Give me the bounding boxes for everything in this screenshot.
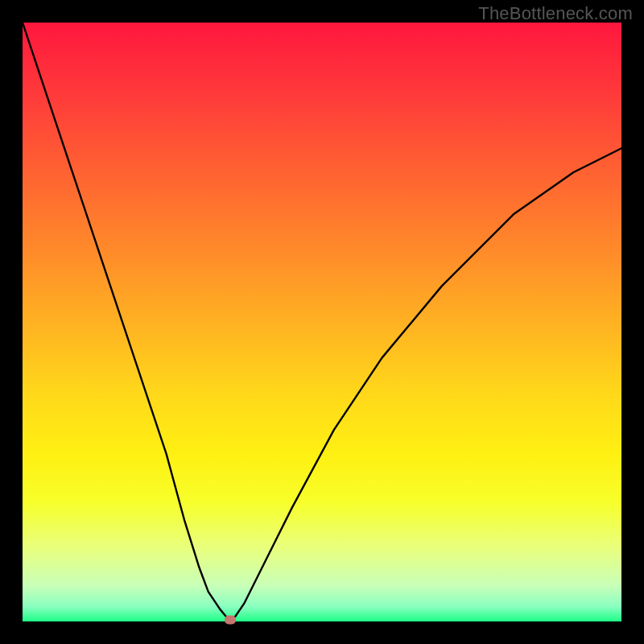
watermark-text: TheBottleneck.com [478,3,633,24]
optimal-point-marker [225,615,236,624]
bottleneck-curve [23,23,621,621]
plot-area [23,23,621,621]
